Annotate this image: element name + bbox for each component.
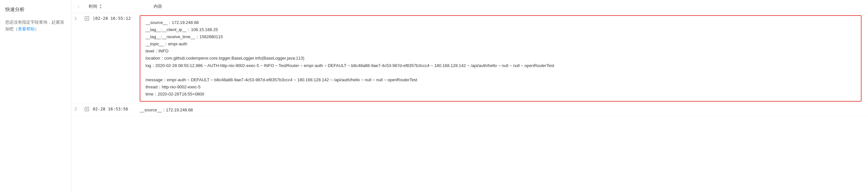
row-expand-icon[interactable] <box>84 15 93 21</box>
collapse-button[interactable]: ‹ <box>74 3 82 10</box>
row-time: |02-28 16:55:12 <box>93 15 140 21</box>
main-content: ‹ 时间 ▲ ▼ 内容 1 <box>71 0 868 191</box>
field-thread: thread：http-nio-9002-exec-5 <box>146 83 856 91</box>
field-empty <box>146 69 856 76</box>
field-client-ip: __tag__:__client_ip__：106.15.188.25 <box>146 26 856 33</box>
field-source: __source__：172.19.248.68 <box>146 19 856 26</box>
content-column-header: 内容 <box>154 4 868 9</box>
row-index: 1 <box>74 15 84 21</box>
table-header: ‹ 时间 ▲ ▼ 内容 <box>71 0 868 13</box>
field-receive-time: __tag__:__receive_time__：1582880115 <box>146 33 856 40</box>
field-topic: __topic__：empr-auth <box>146 40 856 48</box>
field-level: level：INFO <box>146 48 856 55</box>
time-column-header: 时间 ▲ ▼ <box>89 4 154 9</box>
table-body: 1 |02-28 16:55:12 __source__：172.19.248.… <box>71 13 868 191</box>
field-location: location：com.github.codemperor.core.logg… <box>146 55 856 62</box>
row-content-highlighted: __source__：172.19.248.68 __tag__:__clien… <box>140 15 862 102</box>
row-content: __source__：172.19.248.68 <box>140 106 868 114</box>
field-message: message：empr-auth ~ DEFAULT ~ b8c48a88-9… <box>146 76 856 83</box>
table-row: 1 |02-28 16:55:12 __source__：172.19.248.… <box>71 13 868 104</box>
row-expand-icon[interactable] <box>84 106 93 112</box>
sort-icons[interactable]: ▲ ▼ <box>99 4 102 9</box>
time-label: 时间 <box>89 4 97 9</box>
row-index: 2 <box>74 106 84 111</box>
cursor-indicator: | <box>93 16 95 21</box>
field-source-2: __source__：172.19.248.68 <box>140 107 868 114</box>
field-log: log：2020-02-28 08:55:12,986 ~ AUTH-http-… <box>146 62 856 69</box>
sidebar-empty-text: 您还没有指定字段查询，赶紧添加吧（查看帮助） <box>5 19 66 33</box>
row-time: 02-28 16:53:56 <box>93 106 140 111</box>
table-row: 2 02-28 16:53:56 __source__：172.19.248.6… <box>71 104 868 117</box>
sidebar-help-link[interactable]: 查看帮助 <box>18 27 35 31</box>
sort-desc-icon: ▼ <box>99 6 102 9</box>
field-time: time：2020-02-28T16:55+0800 <box>146 91 856 98</box>
sidebar-title: 快速分析 <box>5 6 66 13</box>
sidebar: 快速分析 您还没有指定字段查询，赶紧添加吧（查看帮助） <box>0 0 71 191</box>
